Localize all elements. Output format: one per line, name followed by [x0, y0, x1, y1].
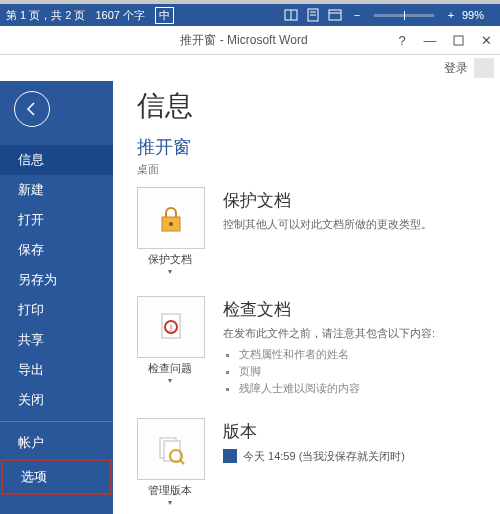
inspect-tile-label: 检查问题: [137, 361, 203, 376]
nav-info[interactable]: 信息: [0, 145, 113, 175]
list-item: 页脚: [239, 364, 435, 379]
window-title: 推开窗 - Microsoft Word: [0, 32, 388, 49]
version-entry-label: 今天 14:59 (当我没保存就关闭时): [243, 449, 405, 464]
inspect-icon: !: [154, 310, 188, 344]
svg-text:!: !: [170, 323, 173, 333]
zoom-slider[interactable]: [374, 14, 434, 17]
info-panel: 信息 推开窗 桌面 保护文档 ▾ 保护文档 控制其他人可以对此文档所做的更改类型…: [113, 81, 500, 514]
nav-share[interactable]: 共享: [0, 325, 113, 355]
version-entry[interactable]: 今天 14:59 (当我没保存就关闭时): [223, 449, 405, 464]
language-indicator[interactable]: 中: [155, 7, 174, 24]
lock-icon: [154, 201, 188, 235]
nav-separator: [0, 421, 113, 422]
svg-line-16: [180, 460, 184, 464]
avatar[interactable]: [474, 58, 494, 78]
page-indicator[interactable]: 第 1 页，共 2 页: [6, 8, 85, 23]
inspect-title: 检查文档: [223, 298, 435, 321]
account-bar: 登录: [0, 55, 500, 81]
versions-tile-label: 管理版本: [137, 483, 203, 498]
word-count[interactable]: 1607 个字: [95, 8, 145, 23]
protect-document-button[interactable]: 保护文档 ▾: [137, 187, 203, 276]
view-print-icon[interactable]: [302, 4, 324, 26]
document-path: 桌面: [137, 162, 484, 177]
inspect-list: 文档属性和作者的姓名 页脚 残障人士难以阅读的内容: [223, 347, 435, 396]
manage-versions-button[interactable]: 管理版本 ▾: [137, 418, 203, 507]
list-item: 文档属性和作者的姓名: [239, 347, 435, 362]
nav-new[interactable]: 新建: [0, 175, 113, 205]
nav-close[interactable]: 关闭: [0, 385, 113, 415]
chevron-down-icon: ▾: [137, 376, 203, 385]
nav-account[interactable]: 帐户: [0, 428, 113, 458]
inspect-document-button[interactable]: ! 检查问题 ▾: [137, 296, 203, 398]
svg-rect-7: [454, 36, 463, 45]
view-read-icon[interactable]: [280, 4, 302, 26]
status-bar: 第 1 页，共 2 页 1607 个字 中 − + 99%: [0, 0, 500, 26]
protect-title: 保护文档: [223, 189, 432, 212]
document-name: 推开窗: [137, 135, 484, 159]
zoom-out-icon[interactable]: −: [346, 4, 368, 26]
nav-save[interactable]: 保存: [0, 235, 113, 265]
nav-export[interactable]: 导出: [0, 355, 113, 385]
view-web-icon[interactable]: [324, 4, 346, 26]
protect-desc: 控制其他人可以对此文档所做的更改类型。: [223, 216, 432, 234]
minimize-icon[interactable]: —: [416, 26, 444, 54]
chevron-down-icon: ▾: [137, 498, 203, 507]
maximize-icon[interactable]: [444, 26, 472, 54]
svg-point-9: [169, 222, 173, 226]
help-icon[interactable]: ?: [388, 26, 416, 54]
word-doc-icon: [223, 449, 237, 463]
nav-print[interactable]: 打印: [0, 295, 113, 325]
inspect-desc: 在发布此文件之前，请注意其包含以下内容:: [223, 325, 435, 343]
sign-in-link[interactable]: 登录: [444, 60, 468, 77]
protect-tile-label: 保护文档: [137, 252, 203, 267]
close-icon[interactable]: ✕: [472, 26, 500, 54]
back-button[interactable]: [14, 91, 50, 127]
nav-saveas[interactable]: 另存为: [0, 265, 113, 295]
backstage-sidebar: 信息 新建 打开 保存 另存为 打印 共享 导出 关闭 帐户 选项: [0, 81, 113, 514]
nav-options[interactable]: 选项: [1, 459, 112, 495]
zoom-in-icon[interactable]: +: [440, 4, 462, 26]
chevron-down-icon: ▾: [137, 267, 203, 276]
title-bar: 推开窗 - Microsoft Word ? — ✕: [0, 26, 500, 55]
list-item: 残障人士难以阅读的内容: [239, 381, 435, 396]
versions-icon: [154, 432, 188, 466]
svg-rect-5: [329, 10, 341, 20]
nav-open[interactable]: 打开: [0, 205, 113, 235]
zoom-level[interactable]: 99%: [462, 9, 484, 21]
page-heading: 信息: [137, 87, 484, 125]
versions-title: 版本: [223, 420, 405, 443]
